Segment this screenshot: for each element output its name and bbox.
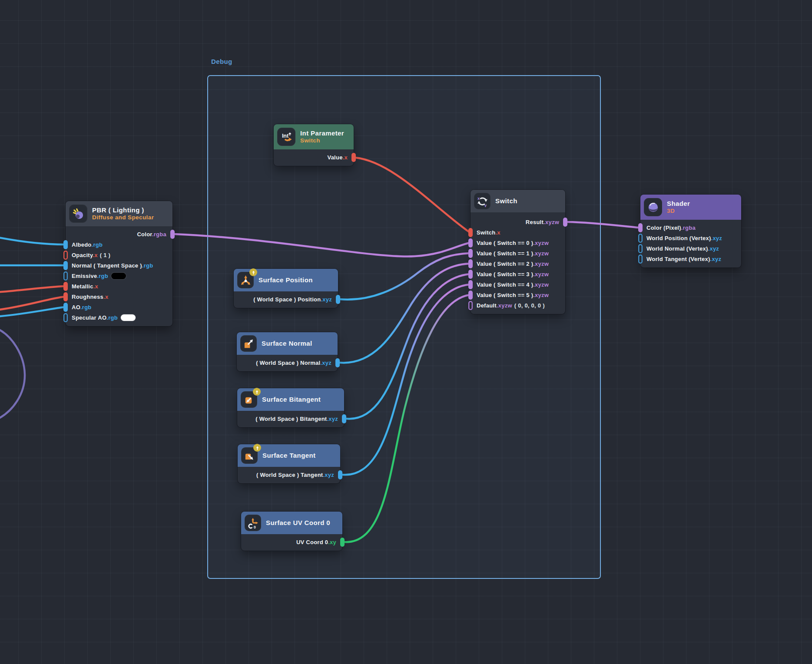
graph-canvas[interactable]: Debug bbox=[0, 0, 812, 664]
port-row-world-tangent: World Tangent (Vertex).xyz bbox=[640, 254, 741, 264]
input-port-world-tangent[interactable] bbox=[638, 254, 643, 264]
upgrade-badge-icon bbox=[253, 388, 261, 396]
port-row-albedo: Albedo.rgb bbox=[66, 239, 172, 250]
wire-result-to-shader-color[interactable] bbox=[567, 222, 639, 228]
input-port-world-position[interactable] bbox=[638, 234, 643, 243]
node-title: Surface Position bbox=[259, 276, 313, 284]
output-port-bitangent[interactable] bbox=[342, 414, 346, 423]
input-port-value-0[interactable] bbox=[468, 238, 473, 248]
input-port-value-2[interactable] bbox=[468, 259, 473, 268]
input-port-albedo[interactable] bbox=[63, 240, 68, 249]
node-title: Surface UV Coord 0 bbox=[266, 519, 330, 527]
node-shader[interactable]: Shader 3D Color (Pixel).rgba World Posit… bbox=[640, 195, 741, 268]
port-row-ao: AO.rgb bbox=[66, 302, 172, 312]
svg-text:Int: Int bbox=[282, 133, 288, 139]
input-port-value-3[interactable] bbox=[468, 270, 473, 279]
node-title: Shader bbox=[667, 200, 690, 208]
node-title: Surface Tangent bbox=[262, 452, 315, 459]
node-subtitle: 3D bbox=[667, 208, 690, 215]
node-surface-normal-header: Surface Normal bbox=[237, 332, 338, 355]
shader-icon bbox=[644, 198, 662, 216]
node-surface-position-header: Surface Position bbox=[234, 269, 338, 291]
port-row-value-4: Value ( Switch == 4 ).xyzw bbox=[471, 279, 565, 290]
node-int-parameter[interactable]: Int Int Parameter Switch Value.x bbox=[274, 124, 354, 166]
output-port-result[interactable] bbox=[563, 218, 567, 227]
port-row-roughness: Roughness.x bbox=[66, 291, 172, 302]
svg-text:0: 0 bbox=[253, 525, 255, 529]
upgrade-badge-icon bbox=[249, 268, 257, 276]
port-row-normal: Normal ( Tangent Space ).rgb bbox=[66, 260, 172, 271]
port-row-result: Result.xyzw bbox=[471, 217, 565, 227]
wire-layer bbox=[0, 0, 812, 664]
port-row-emissive: Emissive.rgb bbox=[66, 271, 172, 281]
node-surface-tangent[interactable]: Surface Tangent ( World Space ) Tangent.… bbox=[238, 444, 340, 483]
port-row-specular-ao: Specular AO.rgb bbox=[66, 312, 172, 323]
node-shader-header: Shader 3D bbox=[640, 195, 741, 220]
node-surface-uv-coord-0[interactable]: 0 Surface UV Coord 0 UV Coord 0.xy bbox=[241, 512, 342, 551]
surface-tangent-icon bbox=[241, 447, 258, 464]
node-switch[interactable]: x y Switch Result.xyzw Switch.x bbox=[471, 190, 565, 314]
wire-uv0-to-value5[interactable] bbox=[344, 295, 470, 542]
output-port-uv-coord-0[interactable] bbox=[340, 538, 345, 547]
wire-int-value-to-switch[interactable] bbox=[355, 158, 470, 232]
input-port-opacity[interactable] bbox=[63, 251, 68, 260]
port-row-uv-coord-0: UV Coord 0.xy bbox=[241, 536, 342, 548]
node-pbr-header: PBR ( Lighting ) Diffuse and Specular bbox=[66, 201, 172, 226]
node-surface-position[interactable]: Surface Position ( World Space ) Positio… bbox=[234, 269, 338, 308]
input-port-roughness[interactable] bbox=[63, 292, 68, 301]
surface-position-icon bbox=[237, 272, 254, 288]
output-port-position[interactable] bbox=[336, 295, 340, 304]
port-row-switch: Switch.x bbox=[471, 227, 565, 238]
switch-icon: x y bbox=[474, 193, 491, 209]
node-subtitle: Diffuse and Specular bbox=[92, 214, 154, 221]
port-row-value-5: Value ( Switch == 5 ).xyzw bbox=[471, 290, 565, 300]
input-port-default[interactable] bbox=[468, 301, 473, 310]
node-title: PBR ( Lighting ) bbox=[92, 206, 154, 214]
specular-ao-color-swatch[interactable] bbox=[121, 314, 136, 321]
output-port-normal[interactable] bbox=[335, 358, 340, 367]
port-row-opacity: Opacity.x( 1 ) bbox=[66, 250, 172, 260]
node-surface-normal[interactable]: Surface Normal ( World Space ) Normal.xy… bbox=[237, 332, 338, 371]
port-row-value-3: Value ( Switch == 3 ).xyzw bbox=[471, 269, 565, 279]
input-port-world-normal[interactable] bbox=[638, 244, 643, 253]
input-port-color-pixel[interactable] bbox=[638, 223, 643, 232]
node-surface-bitangent[interactable]: Surface Bitangent ( World Space ) Bitang… bbox=[237, 388, 344, 427]
output-port-color[interactable] bbox=[170, 230, 175, 239]
node-switch-header: x y Switch bbox=[471, 190, 565, 212]
emissive-color-swatch[interactable] bbox=[111, 273, 126, 279]
pbr-lighting-icon bbox=[69, 205, 87, 223]
wire-ext-to-albedo[interactable] bbox=[0, 237, 65, 244]
port-row-metallic: Metallic.x bbox=[66, 281, 172, 291]
output-port-value[interactable] bbox=[351, 153, 356, 162]
port-row-world-space-position: ( World Space ) Position.xyz bbox=[234, 293, 338, 305]
input-port-normal[interactable] bbox=[63, 261, 68, 270]
port-row-color-pixel: Color (Pixel).rgba bbox=[640, 222, 741, 233]
upgrade-badge-icon bbox=[253, 444, 261, 452]
input-port-ao[interactable] bbox=[63, 303, 68, 312]
output-port-tangent[interactable] bbox=[338, 470, 342, 479]
input-port-specular-ao[interactable] bbox=[63, 313, 68, 322]
port-row-world-space-bitangent: ( World Space ) Bitangent.xyz bbox=[237, 413, 344, 425]
surface-normal-icon bbox=[240, 335, 257, 352]
input-port-value-4[interactable] bbox=[468, 280, 473, 289]
port-row-value-1: Value ( Switch == 1 ).xyzw bbox=[471, 248, 565, 258]
port-row-value: Value.x bbox=[274, 151, 354, 163]
port-row-value-0: Value ( Switch == 0 ).xyzw bbox=[471, 238, 565, 248]
port-row-world-normal: World Normal (Vertex).xyz bbox=[640, 243, 741, 254]
node-title: Switch bbox=[495, 197, 517, 205]
node-pbr-lighting[interactable]: PBR ( Lighting ) Diffuse and Specular Co… bbox=[66, 201, 172, 326]
node-surface-uv-coord-0-header: 0 Surface UV Coord 0 bbox=[241, 512, 342, 534]
input-port-emissive[interactable] bbox=[63, 271, 68, 281]
node-surface-bitangent-header: Surface Bitangent bbox=[237, 388, 344, 411]
input-port-value-5[interactable] bbox=[468, 291, 473, 300]
input-port-metallic[interactable] bbox=[63, 282, 68, 291]
wire-ext-to-metallic[interactable] bbox=[0, 286, 65, 292]
port-row-color: Color.rgba bbox=[66, 229, 172, 239]
wire-pbr-color-to-value0[interactable] bbox=[174, 234, 470, 257]
input-port-switch[interactable] bbox=[468, 228, 473, 237]
wire-ext-corner[interactable] bbox=[0, 328, 25, 420]
input-port-value-1[interactable] bbox=[468, 249, 473, 258]
port-row-world-space-normal: ( World Space ) Normal.xyz bbox=[237, 357, 338, 369]
port-row-world-space-tangent: ( World Space ) Tangent.xyz bbox=[238, 469, 340, 481]
port-row-default: Default.xyzw( 0, 0, 0, 0 ) bbox=[471, 300, 565, 311]
